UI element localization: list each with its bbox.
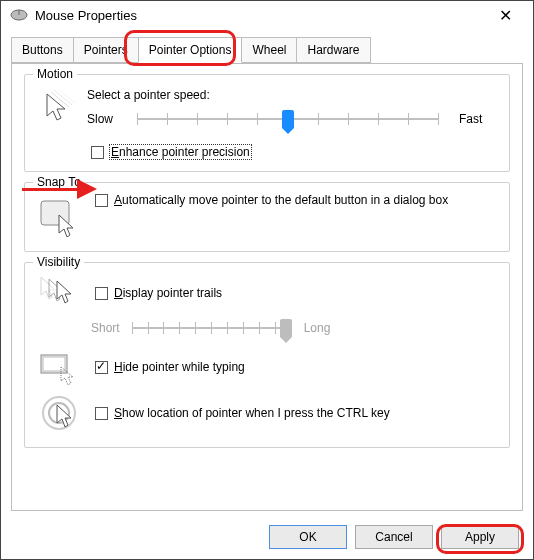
display-trails-checkbox[interactable] — [95, 287, 108, 300]
dialog-buttons: OK Cancel Apply — [1, 517, 533, 559]
tab-content: Motion Select a pointer speed: Slow — [11, 63, 523, 511]
visibility-legend: Visibility — [33, 255, 84, 269]
speed-slow-label: Slow — [87, 112, 127, 126]
trails-length-slider — [132, 317, 292, 339]
titlebar: Mouse Properties ✕ — [1, 1, 533, 31]
motion-legend: Motion — [33, 67, 77, 81]
ok-button[interactable]: OK — [269, 525, 347, 549]
tab-pointers[interactable]: Pointers — [73, 37, 139, 63]
hide-pointer-checkbox[interactable] — [95, 361, 108, 374]
enhance-precision-checkbox[interactable] — [91, 146, 104, 159]
trails-long-label: Long — [304, 321, 331, 335]
snap-to-label[interactable]: Automatically move pointer to the defaul… — [114, 193, 448, 208]
snap-to-icon — [35, 193, 87, 241]
svg-rect-3 — [43, 357, 65, 371]
display-trails-label[interactable]: Display pointer trails — [114, 286, 222, 300]
hide-pointer-icon — [35, 347, 87, 387]
speed-fast-label: Fast — [459, 112, 499, 126]
motion-group: Motion Select a pointer speed: Slow — [24, 74, 510, 172]
cancel-button[interactable]: Cancel — [355, 525, 433, 549]
pointer-trails-icon — [35, 273, 87, 313]
visibility-group: Visibility Display pointer trails — [24, 262, 510, 448]
enhance-precision-label[interactable]: Enhance pointer precision — [110, 145, 251, 159]
show-location-checkbox[interactable] — [95, 407, 108, 420]
pointer-speed-slider[interactable] — [137, 108, 439, 130]
close-button[interactable]: ✕ — [485, 6, 525, 25]
tab-pointer-options[interactable]: Pointer Options — [138, 37, 243, 63]
tab-wheel[interactable]: Wheel — [241, 37, 297, 63]
tab-buttons[interactable]: Buttons — [11, 37, 74, 63]
tab-hardware[interactable]: Hardware — [296, 37, 370, 63]
trails-short-label: Short — [91, 321, 120, 335]
speed-label: Select a pointer speed: — [87, 88, 499, 102]
mouse-properties-window: Mouse Properties ✕ Buttons Pointers Poin… — [0, 0, 534, 560]
window-title: Mouse Properties — [35, 8, 485, 23]
hide-pointer-label[interactable]: Hide pointer while typing — [114, 360, 245, 374]
ctrl-locate-icon — [35, 393, 87, 433]
annotation-arrow — [22, 179, 98, 199]
apply-button[interactable]: Apply — [441, 525, 519, 549]
tab-bar: Buttons Pointers Pointer Options Wheel H… — [1, 31, 533, 63]
mouse-icon — [9, 8, 29, 22]
show-location-label[interactable]: Show location of pointer when I press th… — [114, 406, 390, 420]
pointer-speed-icon — [35, 85, 87, 133]
